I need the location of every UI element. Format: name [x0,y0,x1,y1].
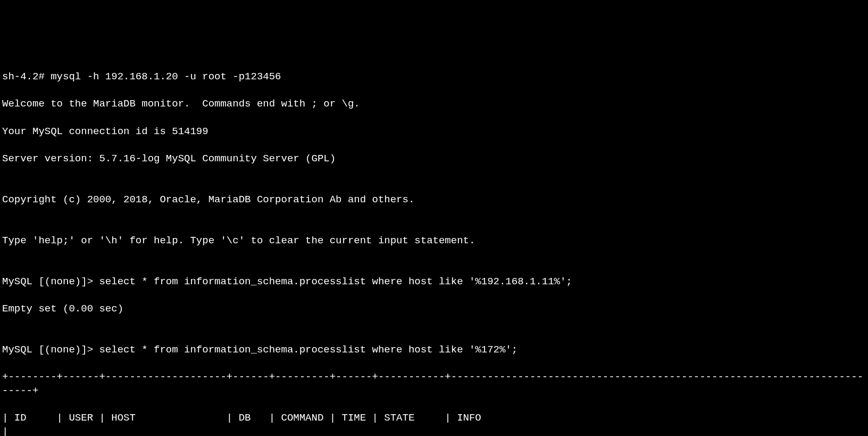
terminal-line: Your MySQL connection id is 514199 [2,125,866,139]
table-header: | ID | USER | HOST | DB | COMMAND | TIME… [2,412,866,436]
terminal-line: sh-4.2# mysql -h 192.168.1.20 -u root -p… [2,70,866,84]
terminal-line: Empty set (0.00 sec) [2,302,866,316]
terminal-line: Welcome to the MariaDB monitor. Commands… [2,97,866,111]
terminal-line: MySQL [(none)]> select * from informatio… [2,343,866,357]
terminal-line: Type 'help;' or '\h' for help. Type '\c'… [2,234,866,248]
terminal-line: Copyright (c) 2000, 2018, Oracle, MariaD… [2,193,866,207]
terminal-output[interactable]: sh-4.2# mysql -h 192.168.1.20 -u root -p… [2,57,866,436]
terminal-line: Server version: 5.7.16-log MySQL Communi… [2,152,866,166]
table-border: +--------+------+--------------------+--… [2,371,866,398]
terminal-line: MySQL [(none)]> select * from informatio… [2,275,866,289]
